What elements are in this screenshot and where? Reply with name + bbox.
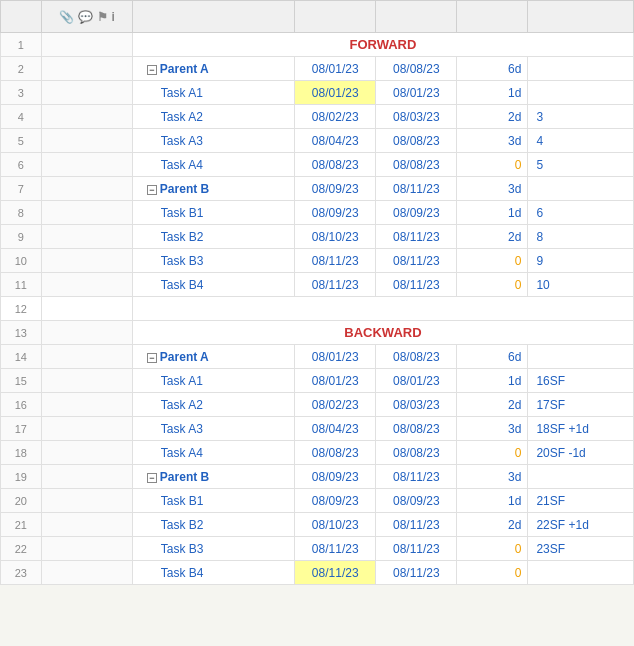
duration-cell: 1d [457,369,528,393]
row-icons [41,81,132,105]
pred-cell: 16SF [528,369,634,393]
task-name-label: Task A3 [161,134,203,148]
duration-cell: 0 [457,537,528,561]
col-num-header [1,1,42,33]
row-num: 9 [1,225,42,249]
table-row: 15Task A108/01/2308/01/231d16SF [1,369,634,393]
table-row: 1FORWARD [1,33,634,57]
chat-icon[interactable]: 💬 [78,10,93,24]
flag-icon[interactable]: ⚑ [97,10,108,24]
duration-cell: 1d [457,489,528,513]
row-num: 12 [1,297,42,321]
table-row: 16Task A208/02/2308/03/232d17SF [1,393,634,417]
start-cell: 08/02/23 [295,105,376,129]
task-name-cell: Task B1 [132,489,294,513]
col-icons-header: 📎 💬 ⚑ i [41,1,132,33]
row-num: 1 [1,33,42,57]
duration-cell: 0 [457,441,528,465]
paperclip-icon[interactable]: 📎 [59,10,74,24]
row-icons [41,201,132,225]
row-icons [41,465,132,489]
task-name-label: Task B1 [161,206,204,220]
start-cell: 08/11/23 [295,561,376,585]
task-name-label: Parent B [160,470,209,484]
pred-cell: 17SF [528,393,634,417]
duration-cell: 6d [457,345,528,369]
pred-cell: 8 [528,225,634,249]
start-cell: 08/10/23 [295,513,376,537]
duration-cell: 0 [457,273,528,297]
finish-cell: 08/01/23 [376,369,457,393]
info-icon[interactable]: i [112,10,115,24]
row-num: 2 [1,57,42,81]
task-name-cell: −Parent B [132,465,294,489]
table-row: 6Task A408/08/2308/08/2305 [1,153,634,177]
row-num: 10 [1,249,42,273]
duration-header [457,1,528,33]
task-name-label: Task A4 [161,446,203,460]
task-name-cell: Task A4 [132,153,294,177]
row-num: 22 [1,537,42,561]
row-icons [41,249,132,273]
task-name-label: Task B4 [161,278,204,292]
row-icons [41,273,132,297]
table-row: 14−Parent A08/01/2308/08/236d [1,345,634,369]
row-num: 18 [1,441,42,465]
row-icons [41,105,132,129]
row-icons [41,225,132,249]
table-row: 19−Parent B08/09/2308/11/233d [1,465,634,489]
duration-cell: 2d [457,513,528,537]
start-cell: 08/02/23 [295,393,376,417]
finish-cell: 08/08/23 [376,441,457,465]
row-num: 15 [1,369,42,393]
collapse-icon[interactable]: − [147,65,157,75]
duration-cell: 0 [457,249,528,273]
row-icons [41,537,132,561]
collapse-icon[interactable]: − [147,353,157,363]
task-name-cell: Task B2 [132,225,294,249]
collapse-icon[interactable]: − [147,185,157,195]
duration-cell: 0 [457,561,528,585]
table-row: 8Task B108/09/2308/09/231d6 [1,201,634,225]
finish-cell: 08/09/23 [376,489,457,513]
finish-header [376,1,457,33]
finish-cell: 08/03/23 [376,393,457,417]
task-name-cell: Task B4 [132,561,294,585]
row-num: 17 [1,417,42,441]
finish-cell: 08/03/23 [376,105,457,129]
pred-cell: 20SF -1d [528,441,634,465]
start-cell: 08/04/23 [295,417,376,441]
row-icons [41,561,132,585]
predecessors-header [528,1,634,33]
table-row: 9Task B208/10/2308/11/232d8 [1,225,634,249]
collapse-icon[interactable]: − [147,473,157,483]
start-header [295,1,376,33]
row-icons [41,345,132,369]
task-name-cell: Task A1 [132,81,294,105]
task-name-cell: −Parent A [132,57,294,81]
start-cell: 08/01/23 [295,81,376,105]
duration-cell: 6d [457,57,528,81]
row-num: 8 [1,201,42,225]
task-name-label: Parent B [160,182,209,196]
header-row: 📎 💬 ⚑ i [1,1,634,33]
row-icons [41,369,132,393]
task-name-cell: Task A4 [132,441,294,465]
task-name-label: Task B2 [161,230,204,244]
finish-cell: 08/11/23 [376,225,457,249]
task-name-cell: Task B2 [132,513,294,537]
task-name-label: Task A1 [161,374,203,388]
row-icons [41,441,132,465]
task-name-cell: Task B3 [132,249,294,273]
row-icons [41,33,132,57]
task-name-label: Task A3 [161,422,203,436]
task-name-label: Task A2 [161,110,203,124]
finish-cell: 08/11/23 [376,273,457,297]
row-num: 5 [1,129,42,153]
table-row: 5Task A308/04/2308/08/233d4 [1,129,634,153]
task-name-cell: Task A2 [132,105,294,129]
row-icons [41,417,132,441]
start-cell: 08/09/23 [295,465,376,489]
finish-cell: 08/08/23 [376,417,457,441]
duration-cell: 2d [457,105,528,129]
